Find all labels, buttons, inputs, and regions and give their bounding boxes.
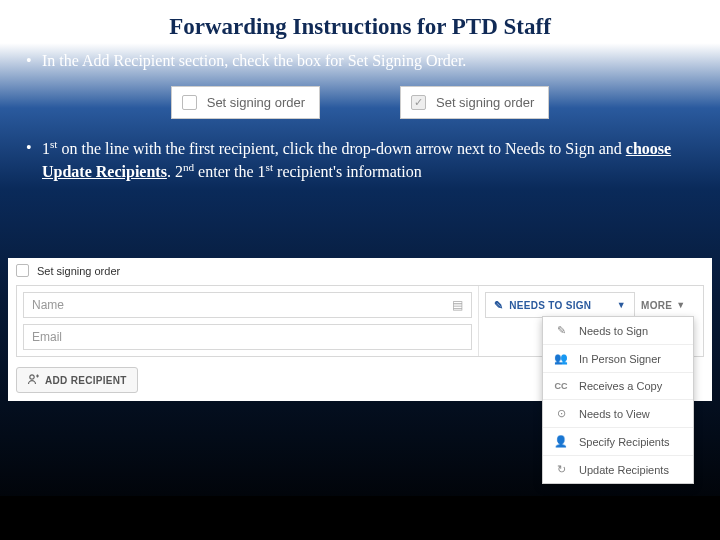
dropdown-label: Specify Recipients — [579, 436, 670, 448]
dropdown-item-receives-copy[interactable]: CC Receives a Copy — [543, 372, 693, 399]
svg-point-0 — [30, 375, 34, 379]
dropdown-label: Needs to View — [579, 408, 650, 420]
dropdown-label: Needs to Sign — [579, 325, 648, 337]
chevron-down-icon: ▼ — [617, 300, 626, 310]
pen-icon: ✎ — [494, 299, 503, 312]
people-icon: 👥 — [553, 352, 569, 365]
dropdown-label: In Person Signer — [579, 353, 661, 365]
bullet-2: • 1st on the line with the first recipie… — [0, 133, 720, 187]
signing-order-label: Set signing order — [436, 95, 534, 110]
needs-to-sign-dropdown[interactable]: ✎ NEEDS TO SIGN ▼ — [485, 292, 635, 318]
person-icon: 👤 — [553, 435, 569, 448]
recipient-fields: Name ▤ Email — [17, 286, 479, 356]
dropdown-item-needs-to-sign[interactable]: ✎ Needs to Sign — [543, 317, 693, 344]
bullet-dot: • — [24, 50, 42, 72]
needs-to-sign-label: NEEDS TO SIGN — [509, 300, 591, 311]
checkbox-checked-icon: ✓ — [411, 95, 426, 110]
email-field[interactable]: Email — [23, 324, 472, 350]
bullet-1-text: In the Add Recipient section, check the … — [42, 50, 680, 72]
signing-order-label: Set signing order — [207, 95, 305, 110]
add-recipient-button[interactable]: ADD RECIPIENT — [16, 367, 138, 393]
dropdown-item-specify-recipients[interactable]: 👤 Specify Recipients — [543, 427, 693, 455]
cc-icon: CC — [553, 381, 569, 391]
name-placeholder: Name — [32, 298, 64, 312]
page-title: Forwarding Instructions for PTD Staff — [0, 0, 720, 46]
dropdown-item-update-recipients[interactable]: ↻ Update Recipients — [543, 455, 693, 483]
bottom-bar — [0, 496, 720, 540]
set-signing-order-checkbox[interactable] — [16, 264, 29, 277]
eye-icon: ⊙ — [553, 407, 569, 420]
contact-card-icon[interactable]: ▤ — [452, 298, 463, 312]
checkbox-unchecked-icon — [182, 95, 197, 110]
set-signing-order-label: Set signing order — [37, 265, 120, 277]
inset-examples: Set signing order ✓ Set signing order — [0, 76, 720, 133]
bullet-dot: • — [24, 137, 42, 183]
add-person-icon — [27, 373, 39, 387]
email-placeholder: Email — [32, 330, 62, 344]
dropdown-label: Receives a Copy — [579, 380, 662, 392]
more-dropdown[interactable]: MORE ▼ — [641, 292, 685, 318]
bullet-2-text: 1st on the line with the first recipient… — [42, 137, 680, 183]
pen-icon: ✎ — [553, 324, 569, 337]
role-dropdown-menu: ✎ Needs to Sign 👥 In Person Signer CC Re… — [542, 316, 694, 484]
dropdown-item-in-person-signer[interactable]: 👥 In Person Signer — [543, 344, 693, 372]
chevron-down-icon: ▼ — [676, 300, 685, 310]
signing-order-unchecked-example: Set signing order — [171, 86, 320, 119]
dropdown-item-needs-to-view[interactable]: ⊙ Needs to View — [543, 399, 693, 427]
set-signing-order-row: Set signing order — [8, 258, 712, 285]
bullet-1: • In the Add Recipient section, check th… — [0, 46, 720, 76]
name-field[interactable]: Name ▤ — [23, 292, 472, 318]
signing-order-checked-example: ✓ Set signing order — [400, 86, 549, 119]
refresh-icon: ↻ — [553, 463, 569, 476]
add-recipient-label: ADD RECIPIENT — [45, 375, 127, 386]
dropdown-label: Update Recipients — [579, 464, 669, 476]
more-label: MORE — [641, 300, 672, 311]
